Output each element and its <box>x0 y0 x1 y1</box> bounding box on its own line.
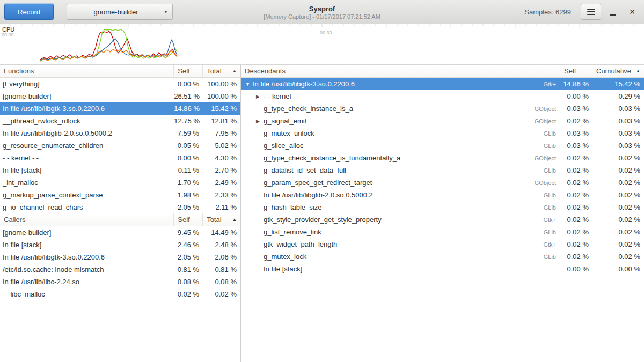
category-label: GObject <box>523 180 560 186</box>
function-name: In file [stack] <box>0 166 174 174</box>
function-name: g_mutex_lock <box>264 253 306 261</box>
timeline-tick-start: 00:00 <box>2 32 14 38</box>
process-selector-dropdown[interactable]: gnome-builder ▼ <box>67 4 173 20</box>
table-row[interactable]: _int_malloc1.70 %2.49 % <box>0 176 240 189</box>
close-button[interactable]: ✕ <box>625 4 640 20</box>
function-name-cell: g_list_remove_link <box>241 228 523 236</box>
cumulative-value: 0.03 % <box>592 117 644 125</box>
cumulative-value: 0.02 % <box>592 253 644 261</box>
category-label: GLib <box>523 167 560 174</box>
functions-total-column-header[interactable]: Total ▲ <box>203 65 240 77</box>
self-value: 0.08 % <box>174 278 203 286</box>
category-label: GLib <box>523 254 560 260</box>
total-value: 15.42 % <box>203 105 240 113</box>
table-row[interactable]: g_list_remove_linkGLib0.02 %0.02 % <box>241 226 644 238</box>
menu-button[interactable] <box>581 4 601 20</box>
app-window: { "icons": { "sort_indicator": "▲", "exp… <box>0 0 644 362</box>
table-row[interactable]: In file /usr/lib/libglib-2.0.so.0.5000.2… <box>241 189 644 201</box>
descendants-column-header[interactable]: Descendants <box>241 65 560 77</box>
table-row[interactable]: In file /usr/lib/libgtk-3.so.0.2200.614.… <box>0 102 240 115</box>
table-row[interactable]: g_markup_parse_context_parse1.98 %2.33 % <box>0 189 240 201</box>
descendants-cumulative-column-header[interactable]: Cumulative ▲ <box>592 65 644 77</box>
category-label: GLib <box>523 229 560 235</box>
callers-column-header[interactable]: Callers <box>0 213 174 226</box>
left-pane-filler <box>0 300 240 362</box>
table-row[interactable]: g_datalist_id_set_data_fullGLib0.02 %0.0… <box>241 164 644 176</box>
functions-self-column-header[interactable]: Self <box>174 65 203 77</box>
table-row[interactable]: [gnome-builder]26.51 %100.00 % <box>0 90 240 102</box>
table-row[interactable]: - - kernel - -0.00 %4.30 % <box>0 152 240 164</box>
table-row[interactable]: g_mutex_unlockGLib0.03 %0.03 % <box>241 127 644 139</box>
table-row[interactable]: ▼In file /usr/lib/libgtk-3.so.0.2200.6Gt… <box>241 78 644 90</box>
cumulative-value: 0.00 % <box>592 265 644 273</box>
table-row[interactable]: In file /usr/lib/libgtk-3.so.0.2200.62.0… <box>0 251 240 263</box>
cumulative-value: 0.03 % <box>592 105 644 113</box>
right-pane-filler <box>241 275 644 362</box>
table-row[interactable]: g_type_check_instance_is_aGObject0.03 %0… <box>241 102 644 115</box>
self-value: 0.00 % <box>560 265 592 273</box>
function-name-cell: g_type_check_instance_is_fundamentally_a <box>241 154 523 162</box>
total-value: 100.00 % <box>203 80 240 88</box>
sort-indicator-icon: ▲ <box>229 217 237 222</box>
table-row[interactable]: [Everything]0.00 %100.00 % <box>0 78 240 90</box>
table-row[interactable]: gtk_style_provider_get_style_propertyGtk… <box>241 213 644 226</box>
function-name: In file [stack] <box>0 241 174 249</box>
table-row[interactable]: __libc_malloc0.02 %0.02 % <box>0 288 240 300</box>
function-name: [gnome-builder] <box>0 228 174 237</box>
table-row[interactable]: ▶g_signal_emitGObject0.02 %0.03 % <box>241 115 644 127</box>
function-name: g_io_channel_read_chars <box>0 203 174 211</box>
function-name-cell: gtk_style_provider_get_style_property <box>241 216 523 224</box>
table-row[interactable]: In file [stack]2.46 %2.48 % <box>0 239 240 251</box>
descendants-table-header: Descendants Self Cumulative ▲ <box>241 65 644 78</box>
table-row[interactable]: g_mutex_lockGLib0.02 %0.02 % <box>241 250 644 263</box>
function-name-cell: gtk_widget_path_length <box>241 240 523 248</box>
functions-column-header[interactable]: Functions <box>0 65 174 77</box>
cumulative-value: 15.42 % <box>592 80 644 88</box>
table-row[interactable]: g_param_spec_get_redirect_targetGObject0… <box>241 176 644 189</box>
table-row[interactable]: g_io_channel_read_chars2.05 %2.11 % <box>0 201 240 213</box>
function-name: g_type_check_instance_is_fundamentally_a <box>264 154 400 162</box>
table-row[interactable]: In file /usr/lib/libc-2.24.so0.08 %0.08 … <box>0 276 240 288</box>
table-row[interactable]: g_type_check_instance_is_fundamentally_a… <box>241 152 644 164</box>
table-row[interactable]: In file [stack]0.00 %0.00 % <box>241 263 644 275</box>
table-row[interactable]: In file [stack]0.11 %2.70 % <box>0 164 240 176</box>
capture-subtitle: [Memory Capture] - 01/17/2017 07:21:52 A… <box>264 13 380 20</box>
function-name: In file /usr/lib/libglib-2.0.so.0.5000.2 <box>264 191 373 199</box>
function-name: __libc_malloc <box>0 290 174 298</box>
table-row[interactable]: In file /usr/lib/libglib-2.0.so.0.5000.2… <box>0 127 240 139</box>
self-value: 14.86 % <box>560 80 592 88</box>
table-row[interactable]: g_slice_allocGLib0.03 %0.03 % <box>241 139 644 152</box>
table-row[interactable]: g_resource_enumerate_children0.05 %5.02 … <box>0 139 240 152</box>
function-name-cell: g_slice_alloc <box>241 142 523 150</box>
expander-open-icon[interactable]: ▼ <box>245 82 253 87</box>
sort-indicator-icon: ▲ <box>229 69 237 73</box>
descendants-table: ▼In file /usr/lib/libgtk-3.so.0.2200.6Gt… <box>241 78 644 275</box>
callers-self-column-header[interactable]: Self <box>174 213 203 226</box>
function-name: gtk_style_provider_get_style_property <box>264 216 382 224</box>
cumulative-value: 0.02 % <box>592 179 644 187</box>
total-value: 100.00 % <box>203 92 240 100</box>
chevron-down-icon: ▼ <box>164 10 168 14</box>
function-name: In file /usr/lib/libc-2.24.so <box>0 278 174 286</box>
table-row[interactable]: ▶- - kernel - -0.00 %0.29 % <box>241 90 644 102</box>
table-row[interactable]: gtk_widget_path_lengthGtk+0.02 %0.02 % <box>241 238 644 250</box>
table-row[interactable]: /etc/ld.so.cache: inode mismatch0.81 %0.… <box>0 263 240 276</box>
table-row[interactable]: __pthread_rwlock_rdlock12.75 %12.81 % <box>0 115 240 127</box>
category-label: GLib <box>523 192 560 198</box>
function-name: In file /usr/lib/libglib-2.0.so.0.5000.2 <box>0 129 174 137</box>
function-name: g_resource_enumerate_children <box>0 142 174 150</box>
minimize-button[interactable] <box>605 4 620 20</box>
descendants-self-column-header[interactable]: Self <box>560 65 592 77</box>
total-value: 7.95 % <box>203 129 240 137</box>
table-row[interactable]: g_hash_table_sizeGLib0.02 %0.02 % <box>241 201 644 213</box>
self-value: 0.02 % <box>560 191 592 199</box>
category-label: Gtk+ <box>523 241 560 248</box>
self-value: 2.46 % <box>174 241 203 249</box>
table-row[interactable]: [gnome-builder]9.45 %14.49 % <box>0 226 240 239</box>
record-button[interactable]: Record <box>4 4 54 20</box>
expander-closed-icon[interactable]: ▶ <box>256 94 264 99</box>
self-value: 0.02 % <box>560 117 592 125</box>
function-name-cell: In file [stack] <box>241 265 523 273</box>
expander-closed-icon[interactable]: ▶ <box>256 119 264 124</box>
callers-total-column-header[interactable]: Total ▲ <box>203 213 240 226</box>
